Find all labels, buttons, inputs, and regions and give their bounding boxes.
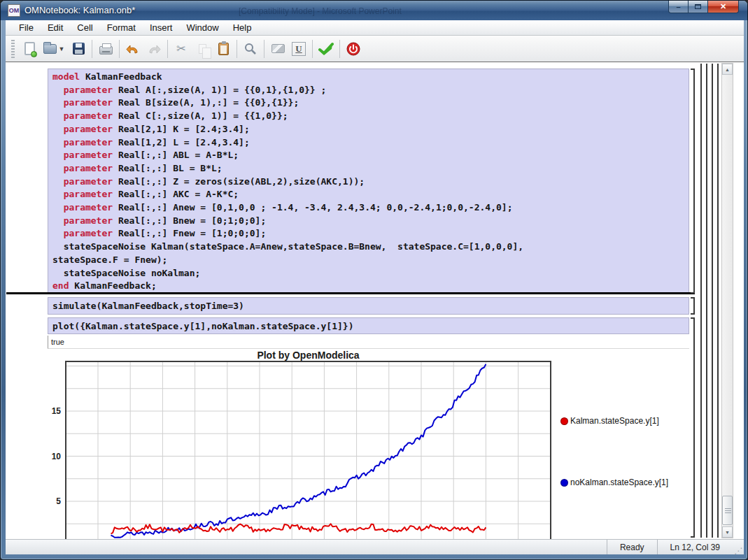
redo-button[interactable]	[143, 38, 164, 59]
print-button[interactable]	[95, 38, 116, 59]
copy-icon	[199, 44, 206, 54]
scroll-down-icon: ▼	[725, 530, 730, 535]
maximize-icon	[695, 4, 701, 9]
svg-text:5: 5	[56, 496, 61, 506]
new-button[interactable]	[19, 38, 40, 59]
code-line: parameter Real[:,:] Fnew = [1;0;0;0];	[52, 227, 689, 240]
code-line: parameter Real[:,:] AKC = A-K*C;	[52, 188, 689, 201]
maximize-button[interactable]	[689, 1, 707, 13]
cell-bracket-simulate[interactable]	[691, 297, 695, 315]
toolbar: ▼ ✂ U	[6, 36, 744, 62]
save-button[interactable]	[68, 38, 89, 59]
close-icon: ✕	[720, 2, 726, 11]
underline-icon: U	[292, 42, 306, 56]
new-icon	[24, 42, 35, 55]
menu-help[interactable]: Help	[227, 21, 258, 34]
scroll-down-button[interactable]: ▼	[722, 526, 733, 538]
undo-button[interactable]	[122, 38, 143, 59]
group-bracket-line	[706, 64, 707, 538]
code-line: parameter Real[:,:] Bnew = [0;1;0;0];	[52, 215, 689, 228]
redo-icon	[147, 43, 161, 55]
status-cursor-position: Ln 12, Col 39	[657, 540, 733, 554]
cell-bracket-plot-group[interactable]	[691, 317, 695, 538]
code-line: parameter Real[1,2] L = [2.4,3.4];	[52, 136, 689, 150]
svg-text:15: 15	[52, 406, 62, 416]
app-icon: OM	[8, 4, 20, 17]
toolbar-separator	[92, 40, 92, 58]
group-bracket-line	[717, 64, 719, 538]
code-line: stateSpace.F = Fnew);	[52, 254, 689, 267]
plot-title: Plot by OpenModelica	[66, 350, 551, 361]
plot-output-cell: Plot by OpenModelica 51015 Kalman.stateS…	[48, 349, 689, 539]
code-line: parameter Real[:,:] BL = B*L;	[52, 162, 689, 175]
title-bar[interactable]: OM OMNotebook: Kalman.onb* [Compatibilit…	[1, 1, 747, 20]
legend-marker-red	[560, 417, 568, 425]
undo-icon	[126, 43, 140, 55]
menu-edit[interactable]: Edit	[41, 21, 69, 34]
code-line: parameter Real C[:,size(A, 1)] = {{1,0}}…	[52, 110, 689, 123]
code-line: stateSpaceNoise Kalman(stateSpace.A=Anew…	[52, 240, 689, 254]
toolbar-grip[interactable]	[11, 40, 15, 58]
simulate-command: simulate(KalmanFeedback,stopTime=3)	[52, 301, 244, 311]
search-icon	[244, 42, 257, 56]
toolbar-separator	[167, 40, 168, 58]
code-line: parameter Real B[size(A, 1),:] = {{0},{1…	[52, 96, 689, 110]
group-bracket-line	[700, 64, 702, 538]
code-line: parameter Real[:,:] Z = zeros(size(ABL,2…	[52, 175, 689, 189]
open-dropdown-arrow[interactable]: ▼	[59, 45, 65, 52]
copy-button[interactable]	[192, 38, 213, 59]
scrollbar-thumb[interactable]	[722, 496, 733, 525]
search-button[interactable]	[240, 38, 261, 59]
toolbar-separator	[264, 40, 264, 58]
plot-chart: 51015	[48, 349, 689, 539]
paste-icon	[218, 43, 229, 55]
underline-button[interactable]: U	[288, 38, 309, 59]
save-icon	[73, 43, 85, 55]
menu-insert[interactable]: Insert	[143, 21, 179, 34]
toolbar-separator	[339, 40, 340, 58]
cut-button[interactable]: ✂	[171, 38, 192, 59]
legend-item-kalman: Kalman.stateSpace.y[1]	[560, 416, 659, 426]
open-button[interactable]: ▼	[40, 38, 68, 59]
group-bracket-line	[712, 64, 713, 538]
resize-grip[interactable]	[733, 540, 744, 554]
menu-window[interactable]: Window	[180, 21, 225, 34]
vertical-scrollbar[interactable]: ▲ ▼	[721, 63, 733, 538]
minimize-icon: –	[676, 3, 680, 11]
code-line: model KalmanFeedback	[52, 71, 689, 84]
plot-command-cell[interactable]: plot({Kalman.stateSpace.y[1],noKalman.st…	[48, 317, 689, 334]
stop-power-icon	[346, 42, 360, 56]
result-text: true	[51, 338, 64, 346]
notebook-area: model KalmanFeedback parameter Real A[:,…	[6, 62, 743, 539]
code-line: parameter Real A[:,size(A, 1)] = {{0,1},…	[52, 84, 689, 97]
paste-button[interactable]	[213, 38, 234, 59]
code-line: parameter Real[:,:] Anew = [0,1,0,0 ; -1…	[52, 201, 689, 215]
open-icon	[43, 44, 57, 54]
window-title: OMNotebook: Kalman.onb*	[24, 5, 135, 15]
app-window: OM OMNotebook: Kalman.onb* [Compatibilit…	[0, 0, 748, 560]
menu-file[interactable]: File	[13, 21, 40, 34]
legend-marker-blue	[560, 479, 568, 487]
background-window-ghost-title: [Compatibility Mode] - Microsoft PowerPo…	[239, 6, 402, 16]
status-ready: Ready	[607, 540, 657, 554]
code-line: end KalmanFeedback;	[52, 280, 689, 293]
plot-command: plot({Kalman.stateSpace.y[1],noKalman.st…	[52, 321, 353, 331]
stop-button[interactable]	[343, 38, 364, 59]
cell-cursor-line[interactable]	[6, 292, 695, 294]
menu-cell[interactable]: Cell	[71, 21, 99, 34]
svg-text:10: 10	[52, 452, 62, 461]
menu-format[interactable]: Format	[101, 21, 142, 34]
model-code-cell[interactable]: model KalmanFeedback parameter Real A[:,…	[48, 69, 689, 294]
evaluate-button[interactable]	[316, 38, 337, 59]
insert-image-button[interactable]	[267, 38, 288, 59]
scroll-up-button[interactable]: ▲	[722, 64, 733, 75]
simulate-cell[interactable]: simulate(KalmanFeedback,stopTime=3)	[48, 297, 689, 315]
toolbar-separator	[119, 40, 120, 58]
toolbar-separator	[312, 40, 313, 58]
minimize-button[interactable]: –	[668, 1, 689, 13]
cell-bracket-model[interactable]	[691, 69, 695, 294]
print-icon	[99, 46, 113, 55]
close-button[interactable]: ✕	[707, 1, 739, 13]
result-cell[interactable]: true	[48, 336, 689, 349]
legend-item-nokalman: noKalman.stateSpace.y[1]	[560, 478, 668, 487]
